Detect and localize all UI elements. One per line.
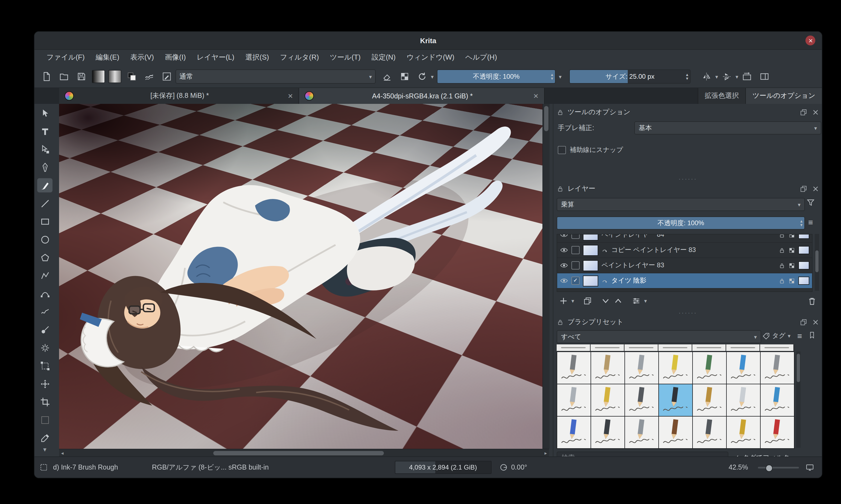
layer-blending-mode-dropdown[interactable]: 乗算▾ bbox=[557, 198, 805, 211]
layer-checkbox[interactable] bbox=[571, 261, 579, 270]
docker-tab-tool-options[interactable]: ツールのオプション bbox=[745, 88, 822, 104]
brush-preset[interactable] bbox=[557, 384, 591, 416]
layer-row[interactable]: コピー ペイントレイヤー 83 bbox=[557, 243, 812, 258]
foreground-background-color-button[interactable] bbox=[125, 69, 139, 84]
snap-assistants-checkbox[interactable]: 補助線にスナップ bbox=[558, 145, 623, 155]
move-layer-down-button[interactable] bbox=[601, 296, 610, 306]
tool-freehand-path[interactable] bbox=[37, 305, 53, 319]
tool-select[interactable] bbox=[37, 106, 53, 120]
tool-polygon[interactable] bbox=[37, 250, 53, 265]
brush-preset[interactable] bbox=[659, 416, 692, 448]
chevron-down-icon[interactable]: ▾ bbox=[559, 73, 561, 79]
scrollbar-thumb[interactable] bbox=[544, 106, 549, 131]
brush-preset[interactable] bbox=[557, 352, 591, 384]
brush-preset[interactable] bbox=[557, 416, 591, 448]
tool-edit-shapes[interactable] bbox=[37, 142, 53, 156]
layer-row[interactable]: ペイントレイヤー 83 bbox=[557, 258, 812, 273]
title-bar[interactable]: Krita bbox=[34, 32, 822, 50]
layer-visibility-icon[interactable] bbox=[560, 276, 568, 285]
docker-lock-icon[interactable] bbox=[557, 185, 564, 192]
tool-line[interactable] bbox=[37, 196, 53, 211]
tool-gradient[interactable] bbox=[37, 413, 53, 427]
alpha-lock-icon[interactable] bbox=[788, 277, 795, 284]
scrollbar-thumb[interactable] bbox=[213, 451, 384, 455]
brush-preset[interactable] bbox=[761, 384, 794, 416]
brush-presets-docker-header[interactable]: ブラシプリセット bbox=[557, 316, 819, 328]
opacity-slider[interactable]: 不透明度: 100% ▲▼ bbox=[437, 69, 556, 84]
menu-item[interactable]: 表示(V) bbox=[125, 50, 159, 65]
float-docker-icon[interactable] bbox=[800, 185, 807, 192]
layer-options-button[interactable]: ≡ bbox=[808, 218, 813, 227]
brush-grid-scrollbar[interactable] bbox=[796, 352, 801, 448]
brush-preset[interactable] bbox=[625, 352, 658, 384]
document-tab-1[interactable]: [未保存] (8.8 MiB) * ✕ bbox=[59, 88, 299, 104]
brush-preset[interactable] bbox=[727, 384, 760, 416]
layer-visibility-icon[interactable] bbox=[560, 246, 568, 254]
layer-thumbnail[interactable] bbox=[583, 234, 598, 240]
layer-checkbox[interactable] bbox=[571, 234, 579, 239]
preserve-alpha-button[interactable] bbox=[397, 69, 412, 84]
new-document-button[interactable] bbox=[39, 69, 54, 84]
float-docker-icon[interactable] bbox=[800, 108, 807, 115]
chevron-down-icon[interactable]: ▾ bbox=[735, 73, 738, 79]
menu-item[interactable]: 選択(S) bbox=[240, 50, 274, 65]
menu-item[interactable]: ツール(T) bbox=[325, 50, 365, 65]
open-document-button[interactable] bbox=[57, 69, 71, 84]
tool-crop[interactable] bbox=[37, 395, 53, 409]
docker-drag-handle[interactable]: ······ bbox=[553, 310, 822, 315]
alpha-lock-icon[interactable] bbox=[788, 262, 795, 269]
stabilizer-dropdown[interactable]: 基本▾ bbox=[634, 121, 821, 134]
brush-size-slider[interactable]: サイズ: 25.00 px ▲▼ bbox=[569, 69, 691, 84]
tool-multibrush[interactable] bbox=[37, 341, 53, 355]
layer-thumbnail[interactable] bbox=[583, 260, 598, 271]
tool-dynamic-brush[interactable] bbox=[37, 323, 53, 337]
menu-item[interactable]: フィルタ(R) bbox=[275, 50, 324, 65]
chevron-down-icon[interactable]: ▾ bbox=[715, 73, 718, 79]
blending-mode-dropdown[interactable]: 通常 ▾ bbox=[176, 69, 376, 84]
layer-opacity-spinner[interactable]: ▲▼ bbox=[800, 218, 803, 229]
layer-checkbox[interactable]: ✓ bbox=[571, 276, 579, 285]
inherit-alpha-icon[interactable] bbox=[602, 277, 608, 284]
add-layer-button[interactable] bbox=[559, 296, 568, 306]
close-docker-icon[interactable] bbox=[812, 319, 819, 325]
menu-item[interactable]: ウィンドウ(W) bbox=[401, 50, 459, 65]
brush-preset[interactable] bbox=[659, 384, 692, 416]
brush-preset[interactable] bbox=[625, 416, 658, 448]
layer-lock-icon[interactable] bbox=[779, 247, 785, 253]
menu-item[interactable]: ヘルプ(H) bbox=[461, 50, 502, 65]
brush-preset[interactable] bbox=[591, 352, 624, 384]
canvas-vertical-scrollbar[interactable] bbox=[542, 104, 550, 449]
presets-display-options-button[interactable]: ≡ bbox=[797, 331, 802, 341]
brush-preset[interactable] bbox=[693, 384, 726, 416]
menu-item[interactable]: 画像(I) bbox=[160, 50, 191, 65]
document-tab-2[interactable]: A4-350dpi-sRGB4.kra (2.1 GiB) * ✕ bbox=[299, 88, 544, 104]
layer-list-scrollbar[interactable] bbox=[815, 234, 819, 291]
layer-filter-button[interactable] bbox=[806, 198, 815, 209]
tool-bezier[interactable] bbox=[37, 286, 53, 301]
layer-thumbnail[interactable] bbox=[583, 245, 598, 255]
zoom-slider[interactable] bbox=[758, 464, 799, 471]
delete-layer-button[interactable] bbox=[807, 296, 817, 308]
tab-close-button[interactable]: ✕ bbox=[533, 92, 539, 100]
tool-color-sampler[interactable] bbox=[37, 431, 53, 445]
layer-opacity-slider[interactable]: 不透明度: 100% ▲▼ bbox=[557, 216, 805, 230]
gradient-swatch-2[interactable] bbox=[108, 70, 121, 83]
chevron-down-icon[interactable]: ▾ bbox=[644, 298, 647, 304]
move-layer-up-button[interactable] bbox=[613, 296, 623, 306]
selection-indicator[interactable] bbox=[34, 463, 53, 472]
brush-size-spinner[interactable]: ▲▼ bbox=[685, 71, 689, 83]
layer-lock-icon[interactable] bbox=[779, 234, 785, 238]
zoom-slider-knob[interactable] bbox=[766, 465, 773, 472]
mirror-vertical-button[interactable] bbox=[720, 69, 734, 84]
tool-rectangle[interactable] bbox=[37, 214, 53, 229]
layer-checkbox[interactable] bbox=[571, 246, 579, 254]
tool-freehand-brush[interactable] bbox=[37, 178, 53, 193]
presets-view-mode-button[interactable] bbox=[808, 331, 816, 341]
layer-lock-icon[interactable] bbox=[779, 277, 785, 284]
docker-drag-handle[interactable]: ······ bbox=[553, 177, 822, 181]
tool-ellipse[interactable] bbox=[37, 232, 53, 247]
docker-lock-icon[interactable] bbox=[557, 319, 564, 325]
duplicate-layer-button[interactable] bbox=[583, 296, 592, 306]
tool-transform[interactable] bbox=[37, 359, 53, 373]
brush-preset[interactable] bbox=[591, 384, 624, 416]
